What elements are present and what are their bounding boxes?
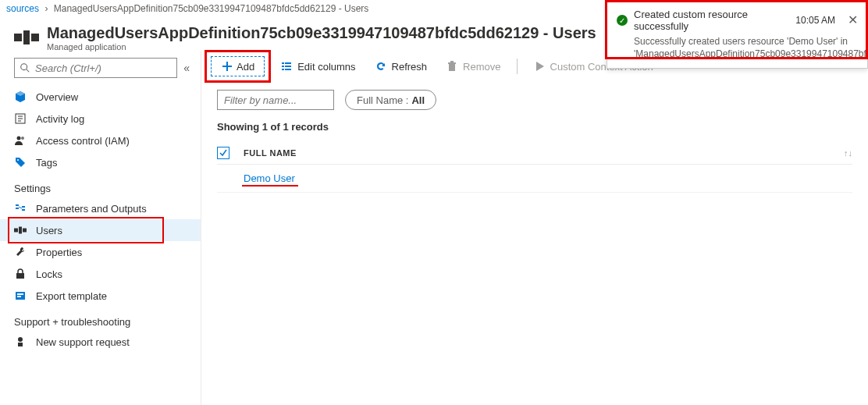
success-icon: ✓ [617,15,628,26]
managed-app-icon [14,30,39,44]
edit-columns-button[interactable]: Edit columns [272,57,363,76]
toast-title: Created custom resource successfully [634,9,789,32]
sidebar-item-label: Locks [36,268,62,280]
search-input[interactable] [35,62,172,74]
sidebar-item-new-support[interactable]: New support request [0,331,201,353]
collapse-sidebar-icon[interactable]: « [183,62,190,74]
sidebar-item-label: New support request [36,336,130,348]
breadcrumb-prev[interactable]: sources [6,3,39,14]
sidebar-item-label: Access control (IAM) [36,135,130,147]
users-icon [14,224,27,236]
add-button[interactable]: Add [211,56,265,76]
filter-pill-fullname[interactable]: Full Name : All [345,90,436,110]
user-name: Demo User [244,172,295,184]
sidebar-item-parameters[interactable]: Parameters and Outputs [0,197,201,219]
plus-icon [221,60,233,73]
sidebar-item-tags[interactable]: Tags [0,151,201,173]
table-header-row: FULL NAME ↑↓ [217,142,852,165]
sidebar-item-activity-log[interactable]: Activity log [0,108,201,130]
svg-point-10 [21,137,24,140]
sort-icon[interactable]: ↑↓ [844,148,852,158]
sidebar-item-label: Properties [36,247,82,258]
page-title: ManagedUsersAppDefinition75cb09e33199471… [47,23,596,42]
svg-rect-1 [23,30,30,44]
sidebar-item-overview[interactable]: Overview [0,86,201,108]
svg-rect-15 [22,209,25,211]
filter-name-input[interactable] [217,90,334,110]
remove-button[interactable]: Remove [438,57,508,76]
sidebar-item-label: Overview [36,91,78,103]
sidebar-item-label: Tags [36,157,57,169]
svg-rect-33 [285,69,291,70]
support-icon [14,336,27,348]
select-all-checkbox[interactable] [217,147,229,159]
toast-body: Successfully created users resource 'Dem… [617,35,858,60]
breadcrumb-current: ManagedUsersAppDefinition75cb09e33199471… [54,3,369,14]
toolbar-label: Remove [463,61,500,73]
svg-rect-29 [285,62,291,64]
svg-rect-28 [282,62,284,64]
svg-rect-17 [14,229,18,233]
filter-pill-label: Full Name : [357,94,408,106]
toolbar-separator [517,59,518,74]
play-icon [533,60,546,73]
sidebar-section-settings: Settings [0,173,201,197]
svg-point-9 [17,137,21,140]
people-icon [14,134,27,147]
svg-rect-13 [16,208,19,209]
cube-icon [14,91,27,103]
wrench-icon [14,246,27,258]
log-icon [14,112,27,125]
lock-icon [14,268,27,280]
check-icon [219,148,228,158]
svg-rect-20 [16,273,24,279]
close-icon[interactable]: ✕ [848,14,858,27]
refresh-icon [375,60,387,73]
search-input-wrapper[interactable] [14,58,177,78]
toast-time: 10:05 AM [795,15,835,26]
svg-line-4 [27,69,30,73]
toolbar-label: Edit columns [297,61,355,73]
tag-icon [14,156,27,169]
svg-rect-35 [448,62,456,64]
sidebar-item-properties[interactable]: Properties [0,241,201,263]
sidebar: « Overview Activity log Access control (… [0,52,201,405]
chevron-right-icon: › [44,3,48,14]
toolbar-label: Refresh [392,61,428,73]
sidebar-item-locks[interactable]: Locks [0,263,201,285]
svg-rect-30 [282,66,284,67]
sidebar-section-support: Support + troubleshooting [0,307,201,331]
search-icon [20,62,30,73]
columns-icon [280,60,293,73]
column-header-fullname[interactable]: FULL NAME [244,148,844,158]
svg-point-11 [17,159,19,161]
svg-rect-32 [282,69,284,70]
notification-toast: ✓ Created custom resource successfully 1… [607,0,868,69]
svg-point-3 [21,64,27,70]
svg-rect-25 [18,343,23,346]
svg-rect-23 [17,296,21,297]
svg-rect-18 [19,227,22,234]
svg-point-24 [18,337,23,342]
svg-rect-2 [31,34,39,41]
svg-rect-14 [22,206,25,208]
svg-rect-31 [285,66,291,67]
users-table: FULL NAME ↑↓ Demo User [201,142,868,193]
sidebar-item-label: Export template [36,290,107,302]
sidebar-item-iam[interactable]: Access control (IAM) [0,130,201,151]
sidebar-item-users[interactable]: Users [0,219,201,241]
add-button-label: Add [237,61,254,73]
page-subtitle: Managed application [47,42,596,52]
svg-rect-0 [14,34,22,41]
table-row[interactable]: Demo User [217,165,852,193]
sidebar-item-label: Users [36,225,62,236]
trash-icon [446,60,458,73]
svg-rect-19 [23,229,27,233]
sidebar-item-export-template[interactable]: Export template [0,285,201,307]
user-link[interactable]: Demo User [244,172,295,184]
svg-rect-34 [449,64,455,71]
refresh-button[interactable]: Refresh [367,57,436,76]
svg-line-16 [19,207,22,208]
svg-rect-12 [16,204,19,206]
svg-rect-22 [17,293,23,295]
